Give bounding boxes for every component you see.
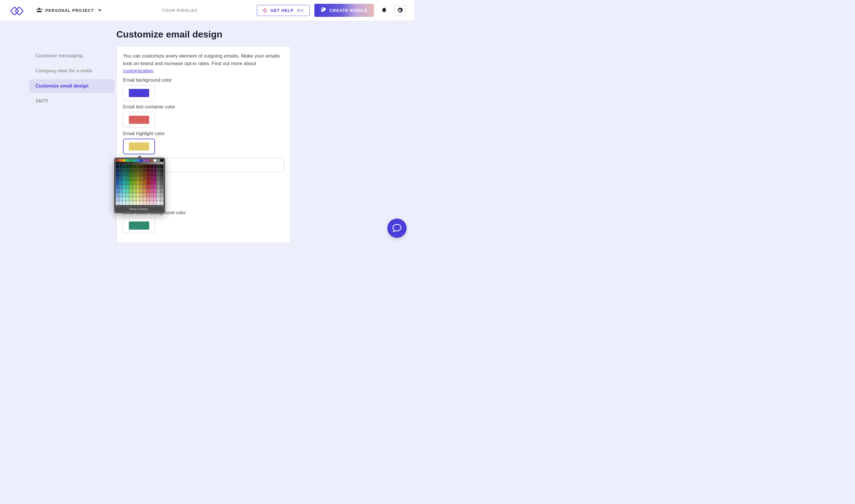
picker-swatch[interactable] <box>143 197 146 201</box>
picker-swatch[interactable] <box>160 185 163 188</box>
picker-swatch[interactable] <box>133 181 136 184</box>
bg-color-well[interactable] <box>123 85 155 101</box>
picker-swatch[interactable] <box>140 177 143 180</box>
sidebar-item-3[interactable]: SMTP <box>29 94 115 108</box>
picker-swatch[interactable] <box>119 197 122 201</box>
picker-swatch[interactable] <box>133 168 136 173</box>
picker-swatch[interactable] <box>157 181 160 184</box>
get-help-button[interactable]: GET HELP ⌘K <box>257 5 310 16</box>
picker-swatch[interactable] <box>143 177 146 180</box>
picker-swatch[interactable] <box>129 189 133 193</box>
picker-swatch[interactable] <box>136 181 140 184</box>
picker-swatch[interactable] <box>116 193 119 197</box>
picker-swatch[interactable] <box>123 189 126 193</box>
settings-button[interactable] <box>394 5 405 16</box>
picker-swatch[interactable] <box>129 173 133 176</box>
picker-swatch[interactable] <box>146 185 150 188</box>
picker-swatch[interactable] <box>146 189 150 193</box>
picker-swatch[interactable] <box>140 173 143 176</box>
picker-swatch[interactable] <box>150 197 153 201</box>
picker-swatch[interactable] <box>140 164 143 168</box>
picker-swatch[interactable] <box>129 168 133 173</box>
picker-swatch[interactable] <box>133 189 136 193</box>
picker-swatch[interactable] <box>133 162 136 164</box>
picker-swatch[interactable] <box>143 181 146 184</box>
picker-swatch[interactable] <box>146 193 150 197</box>
picker-swatch[interactable] <box>123 177 126 180</box>
picker-swatch[interactable] <box>157 164 160 168</box>
picker-swatch[interactable] <box>146 162 150 164</box>
picker-swatch[interactable] <box>116 173 119 176</box>
picker-swatch[interactable] <box>129 162 133 164</box>
picker-swatch[interactable] <box>136 177 140 180</box>
picker-swatch[interactable] <box>136 173 140 176</box>
picker-swatch[interactable] <box>154 189 157 193</box>
picker-swatch[interactable] <box>146 177 150 180</box>
picker-swatch[interactable] <box>154 173 157 176</box>
picker-swatch[interactable] <box>126 197 129 201</box>
picker-swatch[interactable] <box>154 201 157 205</box>
picker-swatch[interactable] <box>140 162 143 164</box>
picker-swatch[interactable] <box>116 162 119 164</box>
picker-swatch[interactable] <box>133 177 136 180</box>
picker-swatch[interactable] <box>123 168 126 173</box>
picker-swatch[interactable] <box>133 197 136 201</box>
picker-swatch[interactable] <box>136 189 140 193</box>
picker-swatch[interactable] <box>119 189 122 193</box>
picker-swatch[interactable] <box>123 201 126 205</box>
picker-swatch[interactable] <box>133 173 136 176</box>
picker-swatch[interactable] <box>160 201 163 205</box>
picker-swatch[interactable] <box>140 193 143 197</box>
picker-swatch[interactable] <box>150 181 153 184</box>
your-riddles-link[interactable]: YOUR RIDDLES <box>162 8 198 13</box>
picker-swatch[interactable] <box>126 181 129 184</box>
picker-swatch[interactable] <box>140 168 143 173</box>
chat-fab[interactable] <box>387 219 406 238</box>
color-picker-popup[interactable]: Show Colours... <box>114 158 165 213</box>
picker-swatch[interactable] <box>126 162 129 164</box>
picker-swatch[interactable] <box>136 197 140 201</box>
picker-swatch[interactable] <box>160 189 163 193</box>
picker-swatch[interactable] <box>123 197 126 201</box>
picker-swatch[interactable] <box>126 159 129 162</box>
project-selector[interactable]: PERSONAL PROJECT <box>36 7 103 14</box>
picker-swatch[interactable] <box>143 159 146 162</box>
notifications-button[interactable] <box>379 5 390 16</box>
picker-swatch[interactable] <box>140 181 143 184</box>
picker-swatch[interactable] <box>126 189 129 193</box>
picker-swatch[interactable] <box>136 164 140 168</box>
picker-swatch[interactable] <box>136 185 140 188</box>
picker-swatch[interactable] <box>146 164 150 168</box>
picker-swatch[interactable] <box>154 185 157 188</box>
picker-swatch[interactable] <box>119 185 122 188</box>
picker-swatch[interactable] <box>157 173 160 176</box>
picker-swatch[interactable] <box>129 185 133 188</box>
picker-swatch[interactable] <box>129 177 133 180</box>
picker-swatch[interactable] <box>123 193 126 197</box>
picker-swatch[interactable] <box>119 201 122 205</box>
picker-swatch[interactable] <box>150 173 153 176</box>
picker-swatch[interactable] <box>150 185 153 188</box>
picker-swatch[interactable] <box>126 173 129 176</box>
picker-swatch[interactable] <box>140 189 143 193</box>
picker-swatch[interactable] <box>116 201 119 205</box>
picker-swatch[interactable] <box>119 164 122 168</box>
picker-swatch[interactable] <box>157 193 160 197</box>
picker-swatch[interactable] <box>116 197 119 201</box>
picker-swatch[interactable] <box>123 164 126 168</box>
picker-swatch[interactable] <box>116 177 119 180</box>
picker-swatch[interactable] <box>154 181 157 184</box>
picker-swatch[interactable] <box>133 185 136 188</box>
picker-swatch[interactable] <box>116 168 119 173</box>
picker-swatch[interactable] <box>119 181 122 184</box>
picker-swatch[interactable] <box>154 159 157 162</box>
picker-swatch[interactable] <box>143 164 146 168</box>
picker-swatch[interactable] <box>154 162 157 164</box>
picker-swatch[interactable] <box>126 177 129 180</box>
picker-swatch[interactable] <box>143 193 146 197</box>
picker-swatch[interactable] <box>119 159 122 162</box>
picker-swatch[interactable] <box>154 193 157 197</box>
picker-swatch[interactable] <box>133 193 136 197</box>
picker-swatch[interactable] <box>119 162 122 164</box>
picker-swatch[interactable] <box>136 162 140 164</box>
